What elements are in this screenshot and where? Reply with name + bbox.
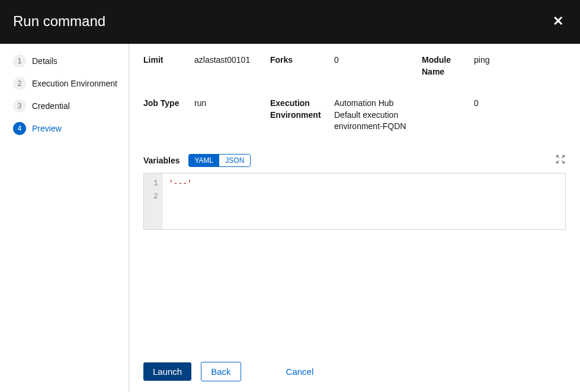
wizard-step-credential[interactable]: 3 Credential: [13, 99, 129, 113]
launch-button[interactable]: Launch: [143, 362, 191, 381]
wizard-step-details[interactable]: 1 Details: [13, 54, 129, 68]
step-badge: 3: [13, 99, 26, 113]
expand-icon[interactable]: [555, 154, 566, 166]
step-label: Preview: [32, 124, 62, 133]
forks-label: Forks: [270, 54, 329, 78]
module-name-label: Module Name: [422, 54, 469, 78]
limit-label: Limit: [143, 54, 190, 78]
variables-row: Variables YAML JSON: [143, 154, 566, 167]
wizard-step-preview[interactable]: 4 Preview: [13, 122, 129, 135]
variables-label: Variables: [143, 156, 180, 165]
format-toggle: YAML JSON: [188, 154, 251, 167]
modal-title: Run command: [13, 13, 105, 30]
cancel-button[interactable]: Cancel: [280, 362, 320, 381]
step-label: Credential: [32, 101, 70, 111]
back-button[interactable]: Back: [201, 362, 241, 381]
wizard-step-execution-environment[interactable]: 2 Execution Environment: [13, 77, 129, 90]
step-label: Details: [32, 56, 57, 66]
content-scroll: Limit azlastast00101 Forks 0 Module Name…: [129, 44, 580, 354]
editor-content[interactable]: '---': [163, 173, 198, 229]
step-badge: 1: [13, 54, 26, 68]
yaml-toggle[interactable]: YAML: [189, 155, 220, 166]
limit-value: azlastast00101: [194, 54, 265, 78]
editor-gutter: 1 2: [144, 173, 163, 229]
verbosity-value: 0: [474, 98, 521, 133]
modal-body: 1 Details 2 Execution Environment 3 Cred…: [0, 44, 580, 392]
line-number: 2: [153, 190, 158, 203]
step-badge: 2: [13, 77, 26, 90]
wizard-content: Limit azlastast00101 Forks 0 Module Name…: [129, 44, 580, 392]
line-number: 1: [153, 177, 158, 190]
job-type-label: Job Type: [143, 98, 190, 133]
variables-editor[interactable]: 1 2 '---': [143, 173, 566, 230]
step-badge: 4: [13, 122, 26, 135]
summary-grid: Limit azlastast00101 Forks 0 Module Name…: [143, 54, 566, 133]
modal-header: Run command ✕: [0, 0, 580, 44]
forks-value: 0: [334, 54, 417, 78]
job-type-value: run: [194, 98, 265, 133]
verbosity-label: [422, 98, 469, 133]
json-toggle[interactable]: JSON: [219, 155, 250, 166]
execution-environment-label: Execution Environment: [270, 98, 329, 133]
execution-environment-value: Automation Hub Default execution environ…: [334, 98, 417, 133]
wizard-footer: Launch Back Cancel: [129, 354, 580, 392]
wizard-nav: 1 Details 2 Execution Environment 3 Cred…: [0, 44, 129, 392]
step-label: Execution Environment: [32, 79, 117, 88]
close-icon[interactable]: ✕: [550, 14, 566, 29]
module-name-value: ping: [474, 54, 521, 78]
